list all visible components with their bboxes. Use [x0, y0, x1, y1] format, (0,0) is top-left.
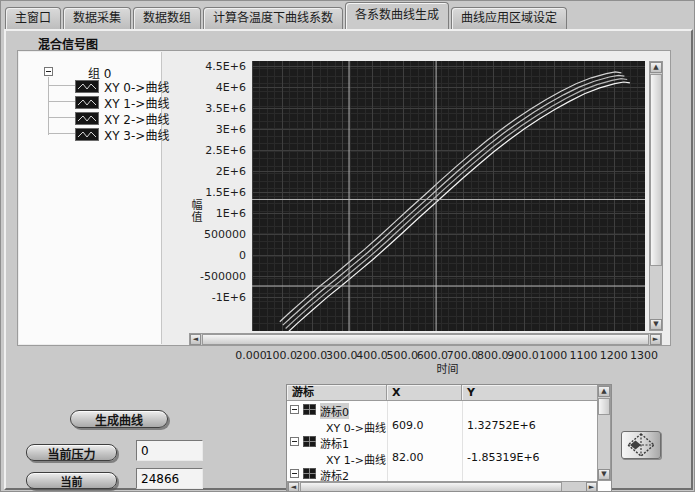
table-hscroll-thumb[interactable]: [300, 482, 562, 492]
generate-curve-button[interactable]: 生成曲线: [70, 410, 168, 428]
y-tick-label: 1.5E+6: [176, 186, 246, 199]
tree-collapse-icon[interactable]: [290, 405, 299, 414]
plot-vertical-scrollbar[interactable]: ▲ ▼: [649, 61, 663, 331]
legend-item-3[interactable]: XY 3->曲线: [75, 127, 169, 141]
scroll-left-icon: ◄: [193, 335, 198, 343]
scroll-right-icon: ►: [589, 483, 594, 491]
y-tick-label: 3.5E+6: [176, 102, 246, 115]
scroll-up-icon: ▲: [601, 387, 606, 395]
y-tick-label: 4.5E+6: [176, 60, 246, 73]
x-axis-title: 时间: [251, 360, 644, 376]
table-vertical-scrollbar[interactable]: ▲ ▼: [597, 385, 611, 481]
legend-item-2[interactable]: XY 2->曲线: [75, 111, 169, 125]
tree-collapse-icon[interactable]: [290, 469, 299, 478]
plot-vscroll-thumb[interactable]: [650, 74, 662, 266]
table-horizontal-scrollbar[interactable]: ◄ ►: [287, 481, 598, 492]
cursor-plot-row[interactable]: XY 1->曲线82.00-1.85319E+6: [287, 449, 598, 465]
legend-item-1[interactable]: XY 1->曲线: [75, 95, 169, 109]
legend-item-0[interactable]: XY 0->曲线: [75, 79, 169, 93]
cursor-table-body: 游标0XY 0->曲线609.01.32752E+6游标1XY 1->曲线82.…: [287, 401, 598, 482]
cursor-mover-button[interactable]: [621, 431, 661, 459]
cursor-table-header: 游标XY: [287, 385, 599, 401]
tab-4[interactable]: 计算各温度下曲线系数: [203, 7, 343, 29]
cursor-name: 游标2: [320, 467, 349, 482]
scroll-down-icon: ▼: [601, 470, 606, 478]
tab-1[interactable]: 主窗口: [5, 7, 61, 29]
cursor-group-row[interactable]: 游标0: [287, 401, 598, 417]
tab-page: 混合信号图 组 0 XY 0->曲线XY 1->曲线XY 2->曲线XY 3->…: [4, 29, 693, 490]
cursor-y-value: -1.85319E+6: [467, 451, 540, 464]
table-scroll-right-button[interactable]: ►: [586, 482, 597, 492]
scroll-down-button[interactable]: ▼: [650, 319, 662, 330]
cursor-x-value: 82.00: [392, 451, 424, 464]
scroll-left-icon: ◄: [291, 483, 296, 491]
cursor-plot-row[interactable]: XY 0->曲线609.01.32752E+6: [287, 417, 598, 433]
plot-horizontal-scrollbar[interactable]: ◄ ►: [189, 333, 662, 346]
tab-2[interactable]: 数据采集: [63, 7, 131, 29]
scroll-up-button[interactable]: ▲: [650, 62, 662, 73]
cursor-group-row[interactable]: 游标1: [287, 433, 598, 449]
mixed-signal-graph: 组 0 XY 0->曲线XY 1->曲线XY 2->曲线XY 3->曲线 幅值 …: [17, 50, 671, 376]
scroll-up-icon: ▲: [653, 63, 658, 71]
y-tick-label: 2.5E+6: [176, 144, 246, 157]
scroll-left-button[interactable]: ◄: [190, 334, 201, 345]
tab-bar: 主窗口数据采集数据数组计算各温度下曲线系数各系数曲线生成曲线应用区域设定: [5, 3, 567, 29]
y-tick-label: 2E+6: [176, 165, 246, 178]
legend-item-label: XY 0->曲线: [104, 78, 169, 95]
y-tick-label: 4E+6: [176, 81, 246, 94]
scroll-right-icon: ►: [653, 335, 658, 343]
y-tick-label: 500000: [176, 228, 246, 241]
cursor-style-icon: [303, 436, 316, 447]
y-tick-label: 3E+6: [176, 123, 246, 136]
cursor-group-row[interactable]: 游标2: [287, 465, 598, 481]
cursor-y-value: 1.32752E+6: [467, 419, 536, 432]
y-tick-label: -1E+6: [176, 291, 246, 304]
waveform-thumbnail-icon: [75, 112, 99, 125]
column-header-0[interactable]: 游标: [287, 385, 387, 401]
tree-line: [49, 101, 75, 102]
scroll-down-icon: ▼: [653, 320, 658, 328]
waveform-thumbnail-icon: [75, 80, 99, 93]
cursor-legend-table: 游标XY 游标0XY 0->曲线609.01.32752E+6游标1XY 1->…: [286, 384, 612, 492]
tab-3[interactable]: 数据数组: [133, 7, 201, 29]
current-pressure-button[interactable]: 当前压力: [26, 444, 117, 461]
cursor-mover-icon: [622, 432, 660, 458]
cursor-x-value: 609.0: [392, 419, 424, 432]
column-header-2[interactable]: Y: [462, 385, 599, 401]
legend-item-label: XY 3->曲线: [104, 126, 169, 143]
table-scroll-up-button[interactable]: ▲: [598, 386, 610, 397]
plot-area[interactable]: [252, 61, 645, 331]
column-header-1[interactable]: X: [387, 385, 462, 401]
table-scroll-down-button[interactable]: ▼: [598, 469, 610, 480]
tree-collapse-icon[interactable]: [44, 67, 53, 76]
y-tick-label: 0: [176, 249, 246, 262]
current-pwmbuffer-button[interactable]: 当前PWMBuffer: [26, 472, 117, 489]
window: 主窗口数据采集数据数组计算各温度下曲线系数各系数曲线生成曲线应用区域设定 混合信…: [0, 0, 695, 492]
waveform-thumbnail-icon: [75, 96, 99, 109]
tab-6[interactable]: 曲线应用区域设定: [451, 7, 567, 29]
legend-item-label: XY 2->曲线: [104, 110, 169, 127]
current-pwmbuffer-value[interactable]: [136, 468, 203, 489]
table-scroll-left-button[interactable]: ◄: [288, 482, 299, 492]
tree-collapse-icon[interactable]: [290, 437, 299, 446]
cursor-style-icon: [303, 468, 316, 479]
scroll-right-button[interactable]: ►: [650, 334, 661, 345]
cursor-style-icon: [303, 404, 316, 415]
legend-item-label: XY 1->曲线: [104, 94, 169, 111]
tree-line: [49, 117, 75, 118]
tab-5[interactable]: 各系数曲线生成: [345, 2, 449, 29]
tree-line: [49, 85, 75, 86]
y-tick-label: 1E+6: [176, 207, 246, 220]
y-tick-label: -500000: [176, 270, 246, 283]
table-vscroll-thumb[interactable]: [598, 398, 610, 415]
plot-hscroll-thumb[interactable]: [202, 334, 649, 345]
tree-line: [49, 133, 75, 134]
current-pressure-value[interactable]: [136, 440, 203, 461]
graph-body: 组 0 XY 0->曲线XY 1->曲线XY 2->曲线XY 3->曲线 幅值 …: [17, 50, 671, 346]
waveform-thumbnail-icon: [75, 128, 99, 141]
